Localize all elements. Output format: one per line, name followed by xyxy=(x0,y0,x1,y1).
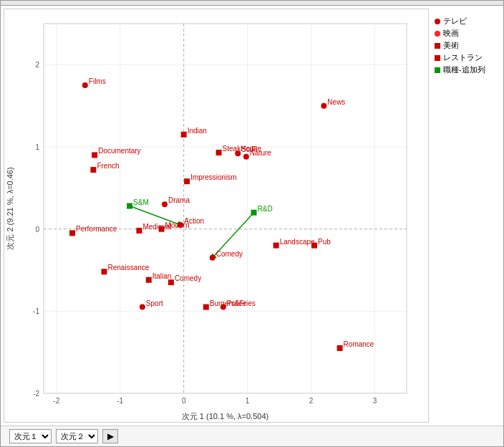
legend-label: 美術 xyxy=(443,40,459,51)
point-label: Impressionism xyxy=(190,173,236,181)
svg-text:0: 0 xyxy=(182,397,186,405)
legend-item: 職種-追加列 xyxy=(435,64,495,75)
legend-icon xyxy=(435,67,440,73)
point-label: Landscape xyxy=(280,238,315,246)
svg-text:3: 3 xyxy=(373,397,377,405)
svg-point-27 xyxy=(82,82,88,88)
svg-rect-29 xyxy=(92,152,97,158)
point-label: Italian xyxy=(152,272,172,280)
svg-rect-31 xyxy=(216,150,222,155)
svg-text:-1: -1 xyxy=(33,307,39,315)
point-label: French xyxy=(97,162,119,170)
legend: テレビ映画美術レストラン職種-追加列 xyxy=(429,9,500,423)
svg-rect-50 xyxy=(203,304,209,310)
legend-item: テレビ xyxy=(435,16,495,27)
legend-item: 美術 xyxy=(435,40,495,51)
chart-svg: -2-10123210-1-2次元 1 (10.1 %, λ=0.504)次元 … xyxy=(4,9,428,422)
svg-rect-46 xyxy=(102,269,107,274)
point-label: Indian xyxy=(188,127,207,135)
legend-label: レストラン xyxy=(443,52,483,63)
svg-text:-2: -2 xyxy=(33,390,39,398)
legend-icon xyxy=(435,43,440,49)
point-label: Renaissance xyxy=(108,264,150,271)
svg-point-45 xyxy=(210,255,215,261)
svg-point-33 xyxy=(243,154,249,160)
svg-point-49 xyxy=(140,304,145,310)
svg-rect-37 xyxy=(127,203,132,209)
svg-rect-42 xyxy=(136,228,142,234)
point-label: Medieval xyxy=(142,223,171,231)
chart-area: -2-10123210-1-2次元 1 (10.1 %, λ=0.504)次元 … xyxy=(4,9,429,423)
legend-label: 職種-追加列 xyxy=(443,64,485,75)
point-label: Drama xyxy=(168,196,190,204)
legend-item: レストラン xyxy=(435,52,495,63)
point-label: Comedy xyxy=(216,250,243,258)
svg-rect-47 xyxy=(146,277,152,283)
svg-rect-44 xyxy=(311,243,317,249)
svg-rect-52 xyxy=(337,345,343,351)
svg-rect-48 xyxy=(168,279,174,285)
legend-icon xyxy=(435,55,440,61)
svg-text:2: 2 xyxy=(35,61,39,69)
point-label: Pub xyxy=(318,238,331,246)
svg-rect-38 xyxy=(251,210,257,216)
legend-item: 映画 xyxy=(435,28,495,39)
svg-text:0: 0 xyxy=(35,226,39,234)
legend-label: 映画 xyxy=(443,28,459,39)
svg-text:次元 2  (9.21 %, λ=0.46): 次元 2 (9.21 %, λ=0.46) xyxy=(6,167,14,249)
svg-rect-35 xyxy=(184,178,190,184)
point-label: Police xyxy=(227,299,247,307)
point-label: S&M xyxy=(133,198,149,206)
panel-body: -2-10123210-1-2次元 1 (10.1 %, λ=0.504)次元 … xyxy=(1,6,503,426)
main-panel: -2-10123210-1-2次元 1 (10.1 %, λ=0.504)次元 … xyxy=(0,0,504,447)
svg-rect-41 xyxy=(69,230,75,236)
svg-point-36 xyxy=(162,201,168,207)
svg-rect-30 xyxy=(181,132,187,138)
point-label: Nature xyxy=(250,149,271,157)
legend-icon xyxy=(435,19,440,24)
svg-text:1: 1 xyxy=(246,397,250,405)
svg-text:次元 1  (10.1 %, λ=0.504): 次元 1 (10.1 %, λ=0.504) xyxy=(182,412,268,420)
svg-text:2: 2 xyxy=(309,397,314,405)
panel-header xyxy=(1,1,503,6)
point-label: Comedy xyxy=(175,274,201,282)
dim1-select[interactable]: 次元１ 次元２ 次元３ xyxy=(9,429,52,443)
point-label: News xyxy=(327,98,345,106)
point-label: Romance xyxy=(344,340,374,348)
svg-point-28 xyxy=(321,103,326,109)
point-label: R&D xyxy=(258,205,273,213)
legend-icon xyxy=(435,31,440,37)
svg-text:1: 1 xyxy=(35,143,39,151)
go-button[interactable]: ▶ xyxy=(102,429,118,443)
svg-rect-43 xyxy=(273,243,279,249)
svg-point-32 xyxy=(235,150,241,156)
svg-text:-1: -1 xyxy=(117,397,123,405)
dim2-select[interactable]: 次元１ 次元２ 次元３ xyxy=(56,429,98,443)
svg-point-51 xyxy=(220,304,226,310)
svg-text:-2: -2 xyxy=(53,397,59,405)
point-label: Performance xyxy=(76,225,117,233)
panel-footer: 次元１ 次元２ 次元３ 次元１ 次元２ 次元３ ▶ xyxy=(1,426,503,446)
svg-rect-34 xyxy=(90,167,96,173)
legend-label: テレビ xyxy=(443,16,467,27)
point-label: Documentary xyxy=(98,147,140,155)
point-label: Sport xyxy=(146,299,163,307)
point-label: Films xyxy=(89,77,106,85)
